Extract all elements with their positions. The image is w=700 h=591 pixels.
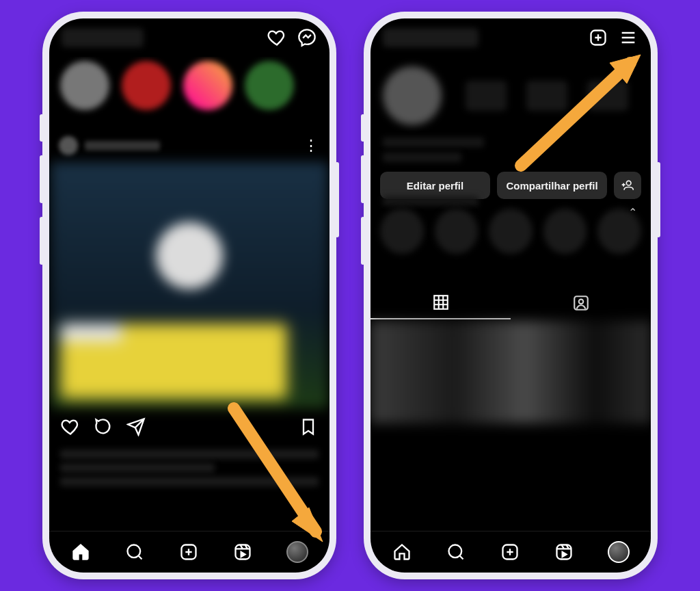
profile-stat[interactable]	[466, 81, 507, 111]
svg-point-5	[626, 181, 631, 185]
highlight-item[interactable]	[597, 209, 641, 254]
svg-point-0	[127, 545, 140, 558]
messenger-icon[interactable]	[297, 27, 317, 48]
share-profile-button[interactable]: Compartilhar perfil	[497, 172, 607, 199]
device-power-button	[335, 162, 339, 237]
device-silent-switch	[40, 114, 44, 142]
feed-header	[49, 18, 329, 57]
device-volume-up	[40, 155, 44, 203]
nav-reels-icon[interactable]	[232, 542, 253, 562]
nav-home-icon[interactable]	[392, 542, 412, 562]
story-ring[interactable]	[60, 61, 109, 110]
story-ring[interactable]	[183, 61, 232, 110]
story-ring[interactable]	[122, 61, 171, 110]
device-volume-down	[361, 217, 365, 265]
svg-rect-6	[434, 296, 448, 309]
highlight-item[interactable]	[489, 209, 533, 254]
post-image[interactable]	[51, 162, 328, 408]
post-caption-overlay	[60, 324, 287, 399]
highlights-tray[interactable]: ⌃	[371, 206, 651, 287]
device-volume-down	[40, 217, 44, 265]
profile-stat[interactable]	[587, 81, 628, 111]
post-author-name[interactable]	[85, 141, 160, 150]
profile-grid-row[interactable]	[371, 321, 651, 423]
profile-stat[interactable]	[526, 81, 567, 111]
nav-reels-icon[interactable]	[554, 542, 574, 562]
edit-profile-button[interactable]: Editar perfil	[380, 172, 490, 199]
comment-icon[interactable]	[93, 417, 113, 437]
device-volume-up	[361, 155, 365, 203]
nav-search-icon[interactable]	[446, 542, 466, 562]
tab-grid[interactable]	[371, 287, 511, 319]
profile-avatar[interactable]	[383, 66, 442, 125]
nav-search-icon[interactable]	[124, 542, 145, 562]
phone-profile: Editar perfil Compartilhar perfil ⌃	[364, 12, 658, 579]
profile-username[interactable]	[383, 28, 479, 47]
post-meta-line	[60, 463, 215, 473]
highlight-item[interactable]	[435, 209, 479, 254]
screen-profile: Editar perfil Compartilhar perfil ⌃	[371, 18, 651, 573]
profile-tabs	[371, 287, 651, 319]
nav-create-icon[interactable]	[500, 542, 520, 562]
create-post-icon[interactable]	[588, 27, 608, 48]
device-power-button	[656, 162, 660, 237]
share-icon[interactable]	[126, 417, 146, 437]
device-silent-switch	[361, 114, 365, 142]
post-overflow-icon[interactable]: ⋮	[304, 137, 320, 155]
discover-people-button[interactable]	[614, 172, 641, 199]
stories-tray[interactable]	[49, 57, 329, 129]
story-ring[interactable]	[245, 61, 294, 110]
tab-tagged[interactable]	[511, 287, 651, 319]
post-meta-line	[60, 449, 319, 459]
bookmark-icon[interactable]	[298, 417, 319, 437]
like-heart-icon[interactable]	[60, 417, 81, 437]
post-header: ⋮	[49, 129, 329, 162]
highlights-title	[383, 196, 479, 206]
profile-stats-row	[371, 57, 651, 135]
instagram-wordmark-icon	[62, 28, 144, 47]
svg-point-9	[448, 545, 461, 558]
tab-bar	[371, 531, 651, 573]
phone-feed: ⋮	[42, 12, 336, 579]
activity-heart-icon[interactable]	[267, 27, 287, 48]
nav-profile-avatar[interactable]	[608, 541, 630, 563]
nav-home-icon[interactable]	[70, 542, 91, 562]
post-meta-line	[60, 477, 319, 486]
tab-bar	[49, 531, 329, 573]
svg-point-8	[578, 300, 583, 304]
highlight-item[interactable]	[543, 209, 587, 254]
highlight-item[interactable]	[380, 209, 424, 254]
svg-rect-11	[557, 545, 571, 560]
hamburger-menu-icon[interactable]	[618, 27, 638, 48]
profile-bio-line	[383, 137, 484, 147]
nav-profile-avatar[interactable]	[286, 541, 308, 563]
profile-bio-line	[383, 153, 461, 162]
post-action-bar	[49, 408, 329, 445]
profile-header	[371, 18, 651, 57]
svg-rect-2	[236, 545, 250, 560]
feed-scroll[interactable]: ⋮	[49, 57, 329, 531]
nav-create-icon[interactable]	[178, 542, 199, 562]
screen-feed: ⋮	[49, 18, 329, 573]
profile-scroll[interactable]: Editar perfil Compartilhar perfil ⌃	[371, 57, 651, 531]
post-author-avatar[interactable]	[59, 136, 78, 155]
